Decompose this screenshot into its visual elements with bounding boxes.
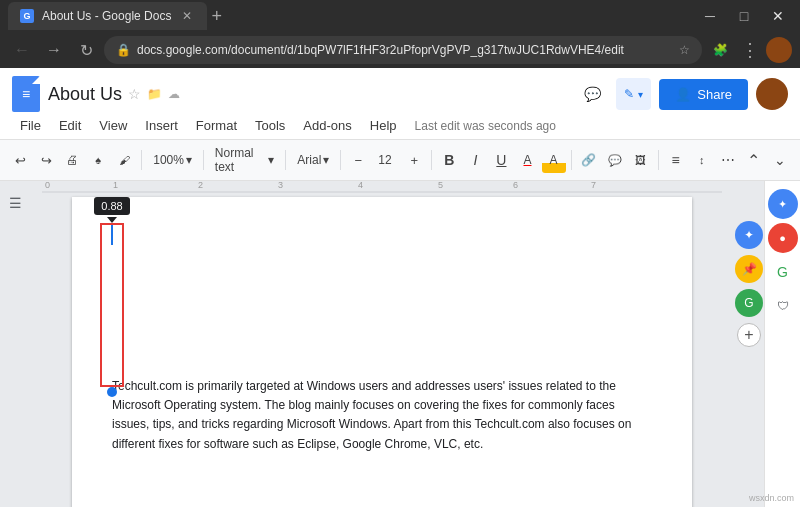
document-content[interactable]: Techcult.com is primarily targeted at Wi…	[112, 377, 652, 454]
ext-right-sidebar: ✦ ● G 🛡	[764, 181, 800, 507]
menu-addons[interactable]: Add-ons	[295, 114, 359, 137]
paint-format-button[interactable]: 🖌	[112, 147, 136, 173]
docs-header-actions: 💬 ✎ ▾ 👤 Share	[576, 78, 788, 110]
document-title[interactable]: About Us	[48, 84, 122, 105]
undo-button[interactable]: ↩	[8, 147, 32, 173]
docs-move-icon: 📁	[147, 87, 162, 101]
cursor-indicator: 0.88	[111, 197, 113, 397]
menu-edit[interactable]: Edit	[51, 114, 89, 137]
format-toolbar: ↩ ↪ 🖨 ♠ 🖌 100% ▾ Normal text ▾ Arial ▾ −…	[0, 139, 800, 181]
toolbar-divider-4	[340, 150, 341, 170]
font-size-value: 12	[378, 153, 391, 167]
zoom-value: 100%	[153, 153, 184, 167]
chat-icon[interactable]: G	[735, 289, 763, 317]
url-text: docs.google.com/document/d/1bqPW7lF1fHF3…	[137, 43, 673, 57]
menu-insert[interactable]: Insert	[137, 114, 186, 137]
toolbar-divider-3	[285, 150, 286, 170]
minimize-icon[interactable]: ─	[696, 2, 724, 30]
address-bar-row: ← → ↻ 🔒 docs.google.com/document/d/1bqPW…	[0, 32, 800, 68]
menu-bar: File Edit View Insert Format Tools Add-o…	[0, 112, 800, 139]
style-dropdown[interactable]: Normal text ▾	[209, 144, 281, 176]
menu-view[interactable]: View	[91, 114, 135, 137]
font-size-decrease[interactable]: −	[346, 147, 370, 173]
docs-logo: ≡	[12, 76, 40, 112]
menu-file[interactable]: File	[12, 114, 49, 137]
ext-icon-3[interactable]: G	[768, 257, 798, 287]
toolbar-more-options[interactable]: ⌃	[742, 147, 766, 173]
extensions-icon[interactable]: 🧩	[706, 36, 734, 64]
insert-image-button[interactable]: 🖼	[629, 147, 653, 173]
browser-menu-icon[interactable]: ⋮	[736, 36, 764, 64]
address-bar-icons: ☆	[679, 43, 690, 57]
add-panel-icon[interactable]: +	[737, 323, 761, 347]
more-formats-button[interactable]: ⋯	[716, 147, 740, 173]
spellcheck-button[interactable]: ♠	[86, 147, 110, 173]
redo-button[interactable]: ↪	[34, 147, 58, 173]
doc-scroll-area[interactable]: 0 1 2 3 4 5 6 7 0.88	[30, 181, 734, 507]
toolbar-divider-7	[658, 150, 659, 170]
underline-button[interactable]: U	[489, 147, 513, 173]
back-button[interactable]: ←	[8, 36, 36, 64]
comment-history-icon[interactable]: 💬	[576, 78, 608, 110]
cursor-handle[interactable]	[107, 387, 117, 397]
browser-toolbar-icons: 🧩 ⋮	[706, 36, 792, 64]
style-value: Normal text	[215, 146, 267, 174]
forward-button[interactable]: →	[40, 36, 68, 64]
star-title-icon[interactable]: ☆	[128, 86, 141, 102]
ruler-mark-0: 0	[45, 181, 50, 190]
print-button[interactable]: 🖨	[60, 147, 84, 173]
docs-user-avatar[interactable]	[756, 78, 788, 110]
ruler-mark-1: 1	[113, 181, 118, 190]
highlight-color-button[interactable]: A	[542, 147, 566, 173]
bold-button[interactable]: B	[437, 147, 461, 173]
bookmark-icon[interactable]: ☆	[679, 43, 690, 57]
new-tab-button[interactable]: +	[211, 6, 222, 27]
watermark: wsxdn.com	[749, 493, 794, 503]
toolbar-divider-2	[203, 150, 204, 170]
menu-help[interactable]: Help	[362, 114, 405, 137]
line-spacing-button[interactable]: ↕	[690, 147, 714, 173]
font-size-input[interactable]: 12	[372, 151, 400, 169]
tab-title: About Us - Google Docs	[42, 9, 171, 23]
edit-mode-icon[interactable]: ✎ ▾	[616, 78, 651, 110]
ruler-mark-4: 4	[358, 181, 363, 190]
ext-icon-2[interactable]: ●	[768, 223, 798, 253]
docs-cloud-icon: ☁	[168, 87, 180, 101]
ruler-mark-7: 7	[591, 181, 596, 190]
document-page: 0.88 Techcult.com is primarily targeted …	[72, 197, 692, 507]
align-button[interactable]: ≡	[664, 147, 688, 173]
zoom-chevron: ▾	[186, 153, 192, 167]
assistant-icon[interactable]: ✦	[735, 221, 763, 249]
address-bar[interactable]: 🔒 docs.google.com/document/d/1bqPW7lF1fH…	[104, 36, 702, 64]
browser-profile-avatar[interactable]	[766, 37, 792, 63]
toolbar-divider-1	[141, 150, 142, 170]
ext-icon-shield[interactable]: 🛡	[768, 291, 798, 321]
insert-comment-button[interactable]: 💬	[603, 147, 627, 173]
docs-title-row: About Us ☆ 📁 ☁	[48, 84, 568, 105]
ext-icon-1[interactable]: ✦	[768, 189, 798, 219]
font-chevron: ▾	[323, 153, 329, 167]
close-window-icon[interactable]: ✕	[764, 2, 792, 30]
restore-icon[interactable]: □	[730, 2, 758, 30]
doc-right-panel: ✦ 📌 G +	[734, 181, 764, 507]
outline-icon[interactable]: ☰	[3, 191, 27, 215]
tab-favicon: G	[20, 9, 34, 23]
font-dropdown[interactable]: Arial ▾	[291, 151, 335, 169]
share-button[interactable]: 👤 Share	[659, 79, 748, 110]
zoom-dropdown[interactable]: 100% ▾	[147, 151, 198, 169]
keep-icon[interactable]: 📌	[735, 255, 763, 283]
style-chevron: ▾	[268, 153, 274, 167]
italic-button[interactable]: I	[463, 147, 487, 173]
active-tab[interactable]: G About Us - Google Docs ✕	[8, 2, 207, 30]
toolbar-divider-6	[571, 150, 572, 170]
menu-tools[interactable]: Tools	[247, 114, 293, 137]
menu-format[interactable]: Format	[188, 114, 245, 137]
font-size-increase[interactable]: +	[402, 147, 426, 173]
text-color-button[interactable]: A	[515, 147, 539, 173]
tab-close-button[interactable]: ✕	[179, 8, 195, 24]
toolbar-collapse[interactable]: ⌄	[768, 147, 792, 173]
insert-link-button[interactable]: 🔗	[576, 147, 600, 173]
reload-button[interactable]: ↻	[72, 36, 100, 64]
ruler-mark-5: 5	[438, 181, 443, 190]
cursor-selection-box	[100, 223, 124, 387]
